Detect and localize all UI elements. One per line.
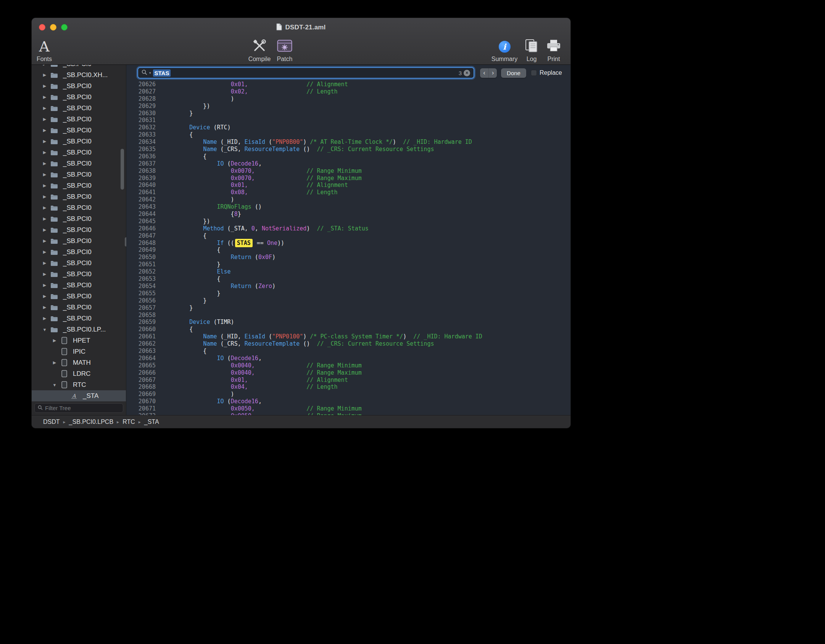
code-line[interactable]: 20654 Return (Zero): [126, 283, 570, 290]
tree-item-sb-pci0[interactable]: ▶_SB.PCI0: [32, 313, 126, 324]
disclosure-right-icon[interactable]: ▶: [41, 250, 48, 254]
code-line[interactable]: 20626 0x01, // Alignment: [126, 81, 570, 88]
tree-item-math[interactable]: ▶MATH: [32, 357, 126, 368]
zoom-button[interactable]: [61, 24, 68, 31]
tree-item-rtc[interactable]: ▼RTC: [32, 379, 126, 390]
done-button[interactable]: Done: [501, 68, 526, 78]
disclosure-right-icon[interactable]: ▶: [41, 294, 48, 299]
tree-item-sb-pci0[interactable]: ▶_SB.PCI0: [32, 246, 126, 258]
tree-item-sb-pci0[interactable]: ▶_SB.PCI0: [32, 180, 126, 191]
code-line[interactable]: 20631: [126, 117, 570, 124]
tree-item-sb-pci0[interactable]: ▶_SB.PCI0: [32, 92, 126, 103]
code-line[interactable]: 20648 If ((STAS == One)): [126, 240, 570, 247]
tree-item-sb-pci0[interactable]: ▶_SB.PCI0: [32, 202, 126, 213]
tree-item-sb-pci0[interactable]: ▶_SB.PCI0: [32, 80, 126, 92]
code-line[interactable]: 20662 Name (_CRS, ResourceTemplate () //…: [126, 340, 570, 348]
disclosure-right-icon[interactable]: ▶: [41, 316, 48, 321]
code-line[interactable]: 20633 {: [126, 131, 570, 138]
tree-item-sb-pci0[interactable]: ▶_SB.PCI0: [32, 158, 126, 169]
code-line[interactable]: 20653 {: [126, 275, 570, 283]
code-line[interactable]: 20646 Method (_STA, 0, NotSerialized) //…: [126, 225, 570, 232]
disclosure-down-icon[interactable]: ▼: [41, 327, 48, 332]
tree-item-sb-pci0[interactable]: ▶_SB.PCI0: [32, 213, 126, 224]
search-menu-chevron-icon[interactable]: ▾: [149, 71, 151, 75]
code-line[interactable]: 20657 }: [126, 304, 570, 312]
disclosure-down-icon[interactable]: ▼: [51, 383, 58, 387]
tree-item-ldrc[interactable]: LDRC: [32, 368, 126, 379]
toolbar-fonts-button[interactable]: A Fonts: [32, 38, 63, 63]
path-segment[interactable]: _STA: [144, 419, 159, 425]
tree-item-sb-pci0[interactable]: ▶_SB.PCI0: [32, 291, 126, 302]
code-line[interactable]: 20660 {: [126, 326, 570, 333]
code-line[interactable]: 20649 {: [126, 246, 570, 254]
tree-item-sb-pci0[interactable]: ▶_SB.PCI0: [32, 125, 126, 136]
toolbar-patch-button[interactable]: Patch: [266, 38, 303, 63]
code-line[interactable]: 20629 }): [126, 103, 570, 110]
disclosure-right-icon[interactable]: ▶: [41, 72, 48, 77]
tree-item-sb-pci0[interactable]: ▶_SB.PCI0: [32, 136, 126, 147]
code-line[interactable]: 20665 0x0040, // Range Minimum: [126, 362, 570, 369]
code-line[interactable]: 20663 {: [126, 348, 570, 355]
find-next-button[interactable]: ›: [488, 68, 497, 78]
code-line[interactable]: 20670 IO (Decode16,: [126, 398, 570, 405]
code-area[interactable]: 20626 0x01, // Alignment20627 0x02, // L…: [126, 81, 570, 415]
tree-item-sb-pci0-xh[interactable]: ▶_SB.PCI0.XH...: [32, 69, 126, 80]
disclosure-right-icon[interactable]: ▶: [41, 216, 48, 221]
code-line[interactable]: 20640 0x01, // Alignment: [126, 182, 570, 189]
tree-item-sb-pci0[interactable]: ▶_SB.PCI0: [32, 114, 126, 125]
code-line[interactable]: 20639 0x0070, // Range Maximum: [126, 175, 570, 182]
find-previous-button[interactable]: ‹: [480, 68, 488, 78]
code-line[interactable]: 20661 Name (_HID, EisaId ("PNP0100") /* …: [126, 333, 570, 340]
code-line[interactable]: 20634 Name (_HID, EisaId ("PNP0B00") /* …: [126, 138, 570, 146]
code-line[interactable]: 20672 0x0050, // Range Maximum: [126, 412, 570, 415]
code-line[interactable]: 20644 {8}: [126, 211, 570, 218]
disclosure-right-icon[interactable]: ▶: [41, 272, 48, 277]
disclosure-right-icon[interactable]: ▶: [41, 106, 48, 111]
tree-item-sb-pci0-lp[interactable]: ▼_SB.PCI0.LP...: [32, 324, 126, 335]
tree-item-ipic[interactable]: IPIC: [32, 346, 126, 357]
disclosure-right-icon[interactable]: ▶: [41, 238, 48, 243]
tree-item-sb-pci0[interactable]: ▶_SB.PCI0: [32, 147, 126, 158]
find-input[interactable]: ▾ STAS 3 ×: [137, 67, 474, 79]
code-line[interactable]: 20645 }): [126, 218, 570, 225]
tree-item-sb-pci0[interactable]: ▶_SB.PCI0: [32, 269, 126, 280]
disclosure-right-icon[interactable]: ▶: [41, 261, 48, 266]
disclosure-right-icon[interactable]: ▶: [41, 95, 48, 100]
code-line[interactable]: 20656 }: [126, 297, 570, 304]
disclosure-right-icon[interactable]: ▶: [41, 172, 48, 177]
code-line[interactable]: 20637 IO (Decode16,: [126, 160, 570, 167]
code-line[interactable]: 20632 Device (RTC): [126, 124, 570, 131]
code-line[interactable]: 20669 ): [126, 391, 570, 398]
tree-item-sb-pci0[interactable]: ▶_SB.PCI0: [32, 169, 126, 180]
tree-item-sb-pci0[interactable]: ▶_SB.PCI0: [32, 302, 126, 313]
code-line[interactable]: 20650 Return (0x0F): [126, 254, 570, 261]
code-line[interactable]: 20636 {: [126, 153, 570, 160]
code-line[interactable]: 20658: [126, 312, 570, 319]
path-segment[interactable]: DSDT: [43, 419, 60, 425]
sidebar-scrollbar-thumb[interactable]: [121, 149, 124, 190]
titlebar[interactable]: DSDT-21.aml: [32, 18, 570, 37]
disclosure-right-icon[interactable]: ▶: [41, 305, 48, 310]
code-line[interactable]: 20630 }: [126, 110, 570, 117]
disclosure-right-icon[interactable]: ▶: [41, 128, 48, 133]
code-line[interactable]: 20627 0x02, // Length: [126, 88, 570, 95]
code-line[interactable]: 20641 0x08, // Length: [126, 189, 570, 196]
code-line[interactable]: 20635 Name (_CRS, ResourceTemplate () //…: [126, 146, 570, 153]
filter-tree-input[interactable]: [45, 405, 120, 411]
code-line[interactable]: 20659 Device (TIMR): [126, 319, 570, 326]
tree-item-sb-pci0[interactable]: ▶_SB.PCI0: [32, 224, 126, 235]
disclosure-right-icon[interactable]: ▶: [41, 183, 48, 188]
disclosure-right-icon[interactable]: ▶: [41, 117, 48, 122]
code-line[interactable]: 20628 ): [126, 95, 570, 103]
disclosure-right-icon[interactable]: ▶: [41, 84, 48, 89]
code-line[interactable]: 20664 IO (Decode16,: [126, 355, 570, 362]
tree-item-sb-pci0[interactable]: ▶_SB.PCI0: [32, 280, 126, 291]
code-line[interactable]: 20655 }: [126, 290, 570, 297]
path-segment[interactable]: RTC: [122, 419, 135, 425]
disclosure-right-icon[interactable]: ▶: [51, 360, 58, 365]
tree-item-sta[interactable]: A_STA: [32, 390, 126, 401]
tree-item-sb-pci0[interactable]: ▶_SB.PCI0: [32, 258, 126, 269]
path-segment[interactable]: _SB.PCI0.LPCB: [69, 419, 114, 425]
code-line[interactable]: 20651 }: [126, 261, 570, 268]
filter-field[interactable]: [34, 403, 123, 413]
